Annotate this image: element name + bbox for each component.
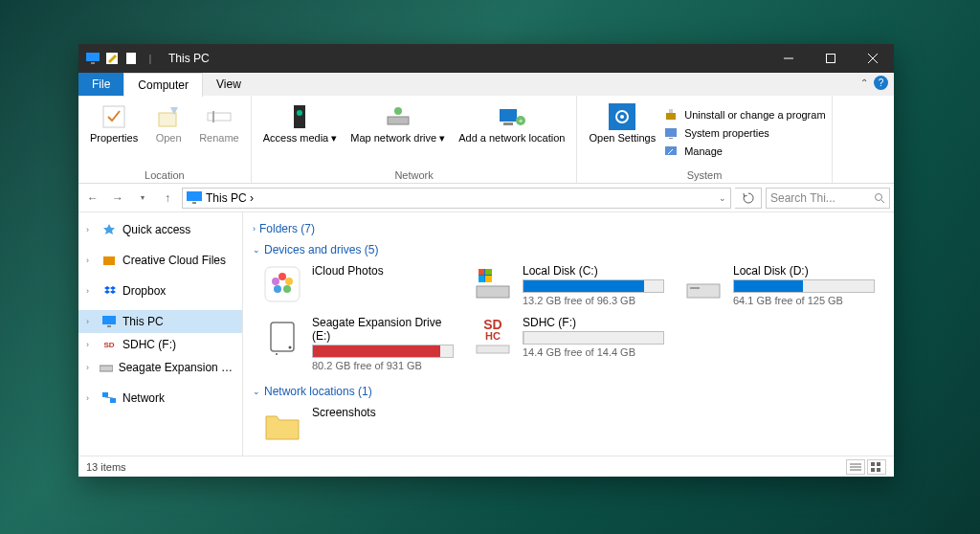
- svg-point-15: [394, 107, 402, 115]
- svg-rect-33: [102, 316, 116, 324]
- section-network-locations[interactable]: ⌄ Network locations (1): [253, 381, 884, 402]
- address-path: This PC ›: [206, 191, 254, 205]
- svg-rect-25: [665, 128, 677, 137]
- close-button[interactable]: [852, 44, 894, 73]
- svg-rect-35: [100, 366, 113, 371]
- dropbox-icon: [101, 283, 117, 299]
- manage-link[interactable]: Manage: [663, 144, 825, 159]
- svg-rect-26: [669, 138, 673, 139]
- chevron-down-icon: ⌄: [253, 387, 260, 396]
- storage-bar-c: [523, 279, 664, 293]
- explorer-window: | This PC File Computer View ⌃ ? Propert…: [78, 44, 894, 477]
- chevron-right-icon: ›: [253, 224, 256, 234]
- ribbon-group-location: Properties Open Rename Location: [78, 96, 252, 183]
- chevron-up-icon[interactable]: ⌃: [860, 78, 868, 88]
- drive-seagate-e[interactable]: Seagate Expansion Drive (E:) 80.2 GB fre…: [262, 316, 454, 371]
- svg-point-55: [289, 346, 292, 349]
- maximize-button[interactable]: [810, 44, 852, 73]
- titlebar: | This PC: [78, 44, 894, 73]
- drive-icloud-photos[interactable]: iCloud Photos: [262, 264, 454, 306]
- svg-rect-9: [159, 113, 176, 126]
- netloc-screenshots[interactable]: Screenshots: [262, 406, 454, 446]
- chevron-right-icon: ›: [86, 363, 94, 372]
- sidebar-item-sdhc[interactable]: › SD SDHC (F:): [78, 333, 242, 356]
- view-details-button[interactable]: [846, 459, 865, 475]
- chevron-right-icon: ›: [86, 286, 96, 296]
- tab-computer[interactable]: Computer: [123, 73, 203, 97]
- svg-rect-62: [877, 462, 880, 466]
- svg-point-22: [620, 115, 624, 119]
- sidebar-item-creative-cloud[interactable]: › Creative Cloud Files: [78, 249, 242, 272]
- svg-rect-32: [103, 256, 115, 265]
- monitor-small-icon: [187, 191, 202, 205]
- svg-rect-29: [192, 202, 196, 204]
- view-icons-button[interactable]: [867, 459, 886, 475]
- properties-icon[interactable]: [103, 50, 121, 67]
- drive-local-c[interactable]: Local Disk (C:) 13.2 GB free of 96.3 GB: [473, 264, 664, 306]
- properties-button[interactable]: Properties: [84, 99, 144, 167]
- search-input[interactable]: Search Thi...: [766, 188, 890, 209]
- map-drive-button[interactable]: Map network drive ▾: [345, 99, 451, 167]
- sidebar-item-this-pc[interactable]: › This PC: [78, 310, 242, 333]
- address-chevron-down-icon[interactable]: ⌄: [719, 193, 726, 203]
- monitor-icon: [84, 50, 101, 67]
- file-menu[interactable]: File: [78, 73, 123, 96]
- minimize-button[interactable]: [768, 44, 810, 73]
- star-icon: [101, 222, 117, 237]
- svg-rect-12: [294, 105, 305, 128]
- svg-rect-36: [102, 392, 108, 397]
- svg-rect-37: [110, 398, 116, 403]
- svg-rect-3: [126, 53, 136, 64]
- disk-drive-icon: [683, 264, 724, 304]
- drive-icon: [100, 360, 113, 375]
- chevron-right-icon: ›: [86, 225, 96, 234]
- sidebar: › Quick access › Creative Cloud Files › …: [78, 212, 243, 456]
- section-folders[interactable]: › Folders (7): [253, 218, 884, 239]
- doc-icon[interactable]: [122, 50, 140, 67]
- window-title: This PC: [165, 52, 768, 65]
- storage-bar-f: [523, 331, 664, 345]
- folder-icon: [262, 406, 302, 446]
- search-placeholder: Search Thi...: [770, 191, 874, 205]
- system-properties-link[interactable]: System properties: [663, 125, 825, 141]
- svg-point-30: [876, 193, 882, 200]
- sidebar-item-quick-access[interactable]: › Quick access: [78, 218, 242, 241]
- recent-dropdown[interactable]: ▾: [132, 188, 153, 209]
- sidebar-item-seagate[interactable]: › Seagate Expansion Drive (E:): [78, 356, 242, 379]
- storage-bar-e: [312, 345, 454, 358]
- svg-rect-0: [86, 53, 100, 61]
- section-devices[interactable]: ⌄ Devices and drives (5): [253, 239, 884, 260]
- sidebar-item-network[interactable]: › Network: [78, 387, 242, 410]
- help-icon[interactable]: ?: [874, 76, 888, 90]
- ribbon-group-system: Open Settings Uninstall or change a prog…: [577, 96, 832, 183]
- uninstall-link[interactable]: Uninstall or change a program: [663, 107, 825, 122]
- sidebar-item-dropbox[interactable]: › Dropbox: [78, 279, 242, 302]
- network-icon: [101, 390, 117, 406]
- open-settings-button[interactable]: Open Settings: [583, 99, 661, 167]
- svg-rect-1: [91, 62, 95, 64]
- access-media-button[interactable]: Access media ▾: [257, 99, 344, 167]
- tab-view[interactable]: View: [203, 73, 255, 96]
- forward-button[interactable]: →: [107, 188, 128, 209]
- drive-sdhc-f[interactable]: SDHC SDHC (F:) 14.4 GB free of 14.4 GB: [473, 316, 664, 371]
- add-location-button[interactable]: + Add a network location: [453, 99, 570, 167]
- svg-rect-28: [187, 191, 202, 201]
- uninstall-icon: [663, 107, 679, 122]
- up-button[interactable]: ↑: [157, 188, 178, 209]
- icloud-photos-icon: [262, 264, 302, 304]
- svg-rect-46: [477, 286, 509, 298]
- settings-gear-icon: [607, 101, 637, 132]
- sdhc-icon: SDHC: [473, 316, 513, 356]
- manage-icon: [663, 144, 679, 159]
- svg-point-41: [278, 273, 286, 280]
- rename-icon: [204, 101, 234, 132]
- svg-rect-64: [877, 468, 880, 472]
- back-button[interactable]: ←: [82, 188, 103, 209]
- svg-point-42: [285, 278, 293, 285]
- refresh-button[interactable]: [735, 188, 762, 209]
- monitor-icon: [101, 314, 117, 329]
- search-icon: [874, 192, 885, 204]
- content-area: › Folders (7) ⌄ Devices and drives (5) i…: [243, 212, 894, 456]
- drive-local-d[interactable]: Local Disk (D:) 64.1 GB free of 125 GB: [683, 264, 875, 306]
- address-bar[interactable]: This PC › ⌄: [182, 188, 731, 209]
